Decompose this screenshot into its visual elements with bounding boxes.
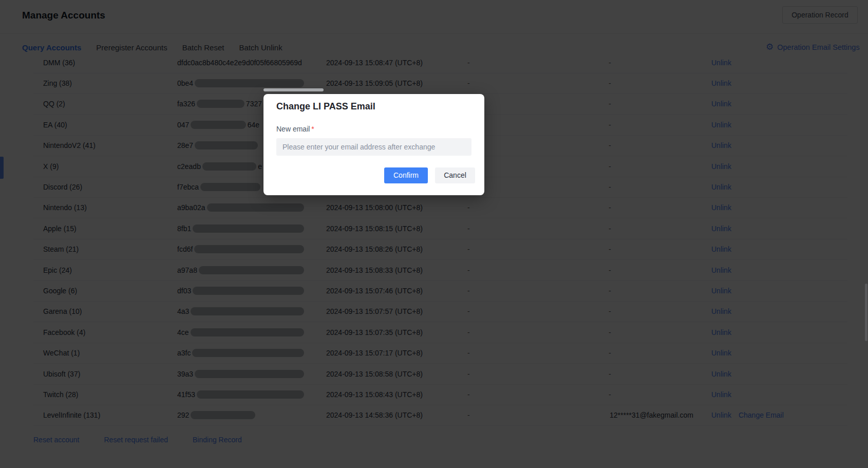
confirm-button[interactable]: Confirm xyxy=(384,167,428,183)
redaction-smear xyxy=(263,88,324,91)
cancel-button[interactable]: Cancel xyxy=(435,167,475,183)
required-asterisk: * xyxy=(311,125,314,133)
vertical-scrollbar-thumb[interactable] xyxy=(865,284,867,341)
new-email-input[interactable] xyxy=(276,138,471,156)
change-li-pass-email-modal: Change LI PASS Email New email* Confirm … xyxy=(263,94,484,195)
new-email-label: New email* xyxy=(276,125,314,133)
modal-title: Change LI PASS Email xyxy=(276,101,375,112)
modal-overlay[interactable] xyxy=(0,0,868,468)
manage-accounts-page: Manage Accounts Operation Record Query A… xyxy=(0,0,868,468)
